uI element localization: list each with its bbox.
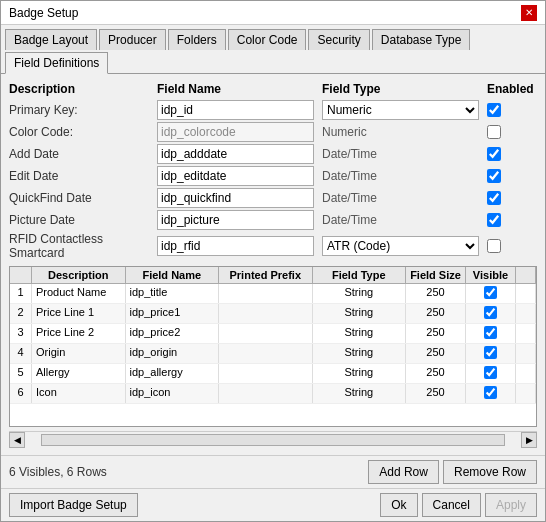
table-cell[interactable] — [466, 384, 516, 403]
close-button[interactable]: ✕ — [521, 5, 537, 21]
window-title: Badge Setup — [9, 6, 78, 20]
table-cell: idp_title — [126, 284, 220, 303]
table-col-header: Field Name — [126, 267, 220, 283]
table-cell: idp_price1 — [126, 304, 220, 323]
apply-button[interactable]: Apply — [485, 493, 537, 517]
field-type-static: Date/Time — [322, 213, 479, 227]
field-label: RFID Contactless Smartcard — [9, 232, 149, 260]
import-badge-setup-button[interactable]: Import Badge Setup — [9, 493, 138, 517]
enabled-checkbox[interactable] — [487, 169, 501, 183]
table-cell: 250 — [406, 324, 466, 343]
scroll-left-button[interactable]: ◀ — [9, 432, 25, 448]
tab-security[interactable]: Security — [308, 29, 369, 50]
enabled-checkbox[interactable] — [487, 147, 501, 161]
table-cell[interactable] — [466, 324, 516, 343]
row-visible-checkbox[interactable] — [484, 346, 497, 359]
table-cell: 250 — [406, 304, 466, 323]
field-name-input[interactable] — [157, 122, 314, 142]
enabled-checkbox[interactable] — [487, 103, 501, 117]
enabled-checkbox[interactable] — [487, 213, 501, 227]
table-cell — [219, 284, 313, 303]
table-cell: 4 — [10, 344, 32, 363]
row-visible-checkbox[interactable] — [484, 386, 497, 399]
table-row[interactable]: 6Iconidp_iconString250 — [10, 384, 536, 404]
tab-color-code[interactable]: Color Code — [228, 29, 307, 50]
main-content: Description Field Name Field Type Enable… — [1, 74, 545, 455]
tab-field-definitions[interactable]: Field Definitions — [5, 52, 108, 74]
row-visible-checkbox[interactable] — [484, 286, 497, 299]
row-visible-checkbox[interactable] — [484, 306, 497, 319]
row-visible-checkbox[interactable] — [484, 366, 497, 379]
table-col-header: Description — [32, 267, 126, 283]
table-cell[interactable] — [466, 344, 516, 363]
field-type-select[interactable]: Numeric — [322, 100, 479, 120]
table-cell: 2 — [10, 304, 32, 323]
table-cell: idp_origin — [126, 344, 220, 363]
scroll-right-button[interactable]: ▶ — [521, 432, 537, 448]
table-cell[interactable] — [466, 284, 516, 303]
field-name-input[interactable] — [157, 144, 314, 164]
remove-row-button[interactable]: Remove Row — [443, 460, 537, 484]
tab-bar: Badge LayoutProducerFoldersColor CodeSec… — [1, 25, 545, 74]
table-col-header — [516, 267, 536, 283]
field-name-input[interactable] — [157, 236, 314, 256]
tab-producer[interactable]: Producer — [99, 29, 166, 50]
table-cell — [219, 304, 313, 323]
horizontal-scrollbar[interactable]: ◀ ▶ — [9, 431, 537, 447]
tab-badge-layout[interactable]: Badge Layout — [5, 29, 97, 50]
table-col-header: Field Size — [406, 267, 466, 283]
field-label: Add Date — [9, 147, 149, 161]
enabled-checkbox[interactable] — [487, 191, 501, 205]
table-cell: idp_allergy — [126, 364, 220, 383]
table-cell: Product Name — [32, 284, 126, 303]
titlebar: Badge Setup ✕ — [1, 1, 545, 25]
table-cell[interactable] — [466, 304, 516, 323]
table-col-header: Field Type — [313, 267, 407, 283]
table-cell: 250 — [406, 364, 466, 383]
table-cell[interactable] — [466, 364, 516, 383]
table-col-header — [10, 267, 32, 283]
field-type-select[interactable]: ATR (Code) — [322, 236, 479, 256]
table-row[interactable]: 2Price Line 1idp_price1String250 — [10, 304, 536, 324]
field-name-input[interactable] — [157, 100, 314, 120]
table-cell: idp_price2 — [126, 324, 220, 343]
field-name-input[interactable] — [157, 188, 314, 208]
table-cell: Icon — [32, 384, 126, 403]
row-visible-checkbox[interactable] — [484, 326, 497, 339]
table-cell: 250 — [406, 284, 466, 303]
add-row-button[interactable]: Add Row — [368, 460, 439, 484]
table-cell — [516, 384, 536, 403]
enabled-checkbox[interactable] — [487, 125, 501, 139]
field-type-static: Date/Time — [322, 147, 479, 161]
table-cell: String — [313, 364, 407, 383]
table-col-header: Printed Prefix — [219, 267, 313, 283]
cancel-button[interactable]: Cancel — [422, 493, 481, 517]
table-cell: Price Line 1 — [32, 304, 126, 323]
table-row[interactable]: 3Price Line 2idp_price2String250 — [10, 324, 536, 344]
ok-button[interactable]: Ok — [380, 493, 417, 517]
table-cell: idp_icon — [126, 384, 220, 403]
enabled-checkbox[interactable] — [487, 239, 501, 253]
table-cell — [516, 284, 536, 303]
table-cell — [516, 344, 536, 363]
table-body: 1Product Nameidp_titleString2502Price Li… — [10, 284, 536, 426]
field-name-input[interactable] — [157, 166, 314, 186]
field-label: Edit Date — [9, 169, 149, 183]
tab-database-type[interactable]: Database Type — [372, 29, 471, 50]
tab-folders[interactable]: Folders — [168, 29, 226, 50]
table-cell: String — [313, 324, 407, 343]
table-cell: String — [313, 384, 407, 403]
fixed-fields-grid: Description Field Name Field Type Enable… — [9, 82, 537, 260]
table-cell: 250 — [406, 384, 466, 403]
field-name-input[interactable] — [157, 210, 314, 230]
table-row[interactable]: 1Product Nameidp_titleString250 — [10, 284, 536, 304]
table-cell — [516, 304, 536, 323]
table-header-row: DescriptionField NamePrinted PrefixField… — [10, 267, 536, 284]
field-label: Picture Date — [9, 213, 149, 227]
table-row[interactable]: 4Originidp_originString250 — [10, 344, 536, 364]
scrollbar-track[interactable] — [41, 434, 505, 446]
table-col-header: Visible — [466, 267, 516, 283]
table-row[interactable]: 5Allergyidp_allergyString250 — [10, 364, 536, 384]
table-cell: String — [313, 304, 407, 323]
table-cell — [219, 384, 313, 403]
